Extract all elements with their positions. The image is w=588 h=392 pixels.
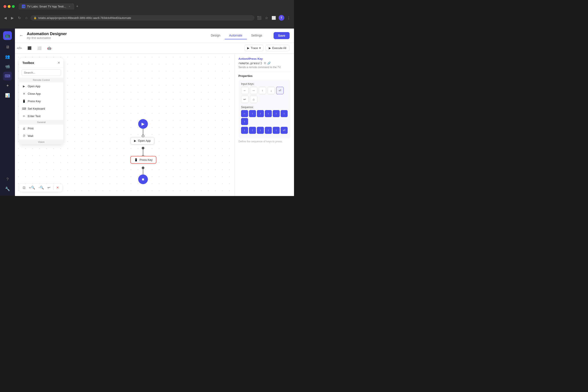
key-back[interactable]: ↩ (241, 96, 248, 103)
key-home[interactable]: ⌂ (250, 96, 257, 103)
code-text: remote.press() (238, 62, 262, 65)
sidebar-item-reports[interactable]: 📊 (3, 91, 12, 100)
toolbox-search-input[interactable] (22, 70, 61, 76)
props-hint: Define the sequence of keys to press. (238, 140, 290, 143)
seq-key-10[interactable]: ↑ (257, 127, 264, 134)
sidebar-item-video[interactable]: 📹 (3, 62, 12, 71)
extensions-button[interactable]: ⬛ (256, 15, 262, 21)
open-app-node-icon: ▶ (134, 139, 136, 142)
key-enter[interactable]: ⏎ (276, 87, 284, 94)
tab-automate[interactable]: Automate (225, 32, 247, 39)
sidebar-item-monitor[interactable]: 🖥 (3, 43, 12, 52)
sidebar-item-help[interactable]: ? (3, 175, 12, 184)
robot-icon: 🤖 (47, 46, 52, 50)
reload-nav-button[interactable]: ↻ (17, 15, 22, 21)
tab-close-icon[interactable]: × (68, 4, 71, 8)
toolbox-item-open-app[interactable]: ▶ Open App (19, 82, 63, 90)
seq-key-7[interactable]: ↑ (241, 118, 248, 125)
page-title: Automation Designer (27, 32, 67, 36)
toolbox-close-button[interactable]: ✕ (57, 61, 60, 65)
bookmark-button[interactable]: ☆ (264, 15, 269, 21)
split-h-icon: ⬛ (28, 46, 32, 50)
browser-toolbar: ◀ ▶ ↻ ⌂ 🔒 tvlabs.ai/app/projects/c46beab… (0, 13, 294, 23)
zoom-out-button[interactable]: -🔍 (37, 184, 46, 191)
copy-icon[interactable]: ⧉ (264, 61, 266, 65)
sidebar-item-tools[interactable]: 🔧 (3, 184, 12, 193)
seq-key-11[interactable]: ↑ (265, 127, 272, 134)
traffic-light-red[interactable] (4, 5, 6, 8)
browser-tab-active[interactable]: 📺 TV Labs: Smart TV App Testi... × (19, 3, 74, 10)
browser-toolbar-actions: ⬛ ☆ ⬜ T ⋮ (256, 15, 291, 21)
app-header: ← Automation Designer My first automatio… (15, 28, 294, 43)
save-button[interactable]: Save (274, 32, 290, 39)
sidebar-item-sparkle[interactable]: ✦ (3, 81, 12, 90)
trace-button[interactable]: ▶ Trace ▾ (244, 45, 264, 51)
robot-button[interactable]: 🤖 (45, 45, 54, 52)
profile-extensions-button[interactable]: ⬜ (271, 15, 277, 21)
traffic-light-yellow[interactable] (8, 5, 10, 8)
seq-key-5[interactable]: ↑ (273, 110, 280, 117)
toolbox-item-close-app[interactable]: ✕ Close App (19, 90, 63, 97)
sequence-label: Sequence: (241, 106, 288, 109)
start-icon: ▶ (142, 122, 144, 126)
seq-key-3[interactable]: ↑ (257, 110, 264, 117)
work-area: Toolbox ✕ Remote Control ▶ Open App ✕ Cl… (15, 54, 294, 196)
split-horizontal-button[interactable]: ⬛ (26, 45, 34, 52)
traffic-light-green[interactable] (12, 5, 15, 8)
seq-key-12[interactable]: ↑ (273, 127, 280, 134)
seq-key-6[interactable]: ↑ (280, 110, 288, 117)
tab-design[interactable]: Design (206, 32, 225, 39)
link-icon[interactable]: 🔗 (267, 62, 271, 65)
seq-key-13[interactable]: ⏎ (280, 127, 288, 134)
zoom-in-button[interactable]: +🔍 (28, 184, 37, 191)
toolbox-section-remote: Remote Control (19, 78, 63, 82)
clear-button[interactable]: ✕ (55, 184, 61, 191)
execute-all-button[interactable]: ▶ Execute All (266, 45, 290, 51)
seq-key-2[interactable]: ↑ (249, 110, 256, 117)
open-app-label: Open App (28, 84, 40, 88)
forward-nav-button[interactable]: ▶ (10, 15, 15, 21)
key-down[interactable]: ↓ (268, 87, 275, 94)
action-label: Action#Press Key (238, 57, 290, 60)
tab-favicon: 📺 (22, 4, 25, 8)
execute-label: Execute All (272, 46, 286, 50)
tab-settings[interactable]: Settings (247, 32, 267, 39)
back-button[interactable]: ← (19, 33, 23, 38)
toolbox-item-press-key[interactable]: 📱 Press Key (19, 97, 63, 105)
toolbox-item-set-keyboard[interactable]: ⌨ Set Keyboard (19, 105, 63, 112)
address-bar[interactable]: 🔒 tvlabs.ai/app/projects/c46beab9-38fd-4… (30, 15, 254, 21)
seq-key-1[interactable]: ← (241, 110, 248, 117)
browser-menu-button[interactable]: ⋮ (286, 15, 291, 21)
main-content: ← Automation Designer My first automatio… (15, 28, 294, 196)
sidebar-bottom: ? 🔧 (3, 175, 12, 193)
open-app-node[interactable]: ▶ Open App (130, 137, 154, 144)
toolbox-item-enter-text[interactable]: ✏ Enter Text (19, 112, 63, 120)
undo-button[interactable]: ↩ (46, 184, 52, 191)
sidebar: 📺 🖥 👥 📹 ⌨ ✦ 📊 ? 🔧 (0, 28, 15, 196)
toolbox-item-wait[interactable]: ⏱ Wait (19, 132, 63, 140)
press-key-node[interactable]: 📱 Press Key (130, 156, 156, 164)
seq-key-8[interactable]: ↑ (241, 127, 248, 134)
canvas-area[interactable]: Toolbox ✕ Remote Control ▶ Open App ✕ Cl… (15, 54, 235, 196)
lock-icon: 🔒 (34, 16, 37, 19)
home-nav-button[interactable]: ⌂ (24, 15, 29, 21)
back-nav-button[interactable]: ◀ (3, 15, 8, 21)
seq-key-9[interactable]: ↑ (249, 127, 256, 134)
key-left[interactable]: ← (241, 87, 248, 94)
toolbox-title: Toolbox (22, 61, 34, 64)
key-up[interactable]: ↑ (258, 87, 266, 94)
code-view-button[interactable]: </> (15, 45, 24, 51)
sidebar-item-users[interactable]: 👥 (3, 52, 12, 61)
toolbox-item-print[interactable]: 🖨 Print (19, 124, 63, 132)
enter-text-icon: ✏ (22, 114, 26, 118)
end-node[interactable]: ■ (138, 174, 148, 184)
user-avatar[interactable]: T (278, 15, 284, 21)
fit-view-button[interactable]: ⊡ (21, 184, 27, 191)
split-vertical-button[interactable]: ⬜ (36, 45, 44, 52)
sidebar-item-code[interactable]: ⌨ (3, 72, 12, 80)
key-right[interactable]: → (250, 87, 257, 94)
action-description: Sends a remote command to the TV. (238, 66, 290, 69)
start-node[interactable]: ▶ (138, 119, 148, 129)
tab-add-button[interactable]: + (75, 4, 79, 9)
seq-key-4[interactable]: ↑ (265, 110, 272, 117)
